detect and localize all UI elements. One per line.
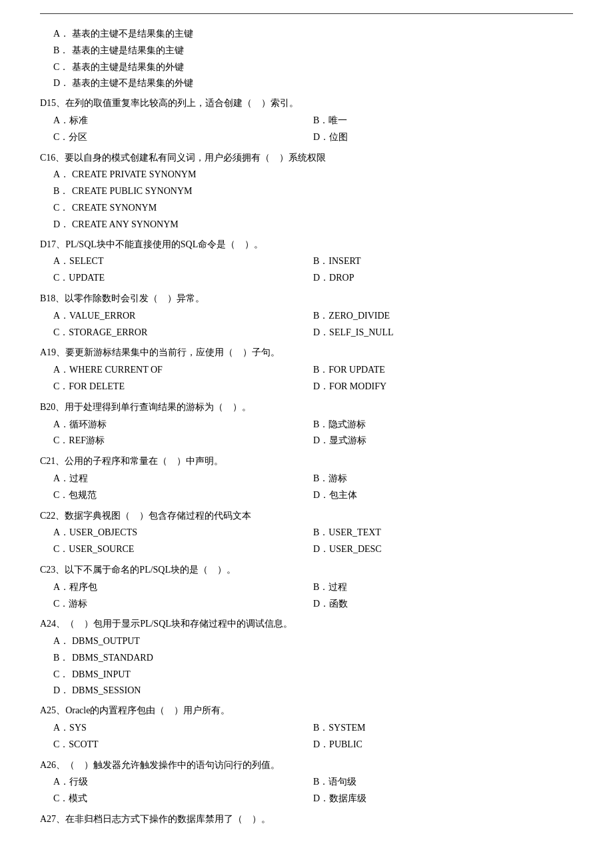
- option-item: D．显式游标: [313, 433, 573, 449]
- option-item: B．语句级: [313, 774, 573, 790]
- option-label: A．行级: [53, 774, 88, 790]
- options-block: A．基表的主键不是结果集的主键B．基表的主键是结果集的主键C．基表的主键是结果集…: [53, 26, 573, 91]
- option-row: C．基表的主键是结果集的外键: [53, 59, 573, 75]
- question-text: 在列的取值重复率比较高的列上，适合创建（ ）索引。: [65, 95, 573, 111]
- option-text: DBMS_STANDARD: [72, 650, 573, 666]
- question-block-q18: B18、以零作除数时会引发（ ）异常。A．VALUE_ERRORB．ZERO_D…: [40, 291, 573, 341]
- question-label: A24、: [40, 616, 65, 632]
- question-text: Oracle的内置程序包由（ ）用户所有。: [65, 703, 573, 719]
- option-label: B．ZERO_DIVIDE: [313, 308, 390, 324]
- option-label: C．包规范: [53, 487, 97, 503]
- option-label: D．USER_DESC: [313, 541, 382, 557]
- option-item: D．USER_DESC: [313, 541, 573, 557]
- option-label: C．: [53, 200, 72, 216]
- option-label: C．FOR DELETE: [53, 379, 125, 395]
- option-row: B．CREATE PUBLIC SYNONYM: [53, 183, 573, 199]
- option-row: B．基表的主键是结果集的主键: [53, 43, 573, 59]
- option-row: A．CREATE PRIVATE SYNONYM: [53, 167, 573, 183]
- two-col-options: A．标准B．唯一C．分区D．位图: [53, 113, 573, 146]
- option-text: 基表的主键不是结果集的外键: [72, 75, 573, 91]
- option-text: CREATE ANY SYNONYM: [72, 217, 573, 233]
- question-line: C23、以下不属于命名的PL/SQL块的是（ ）。: [40, 562, 573, 578]
- question-label: B18、: [40, 291, 65, 307]
- option-text: DBMS_SESSION: [72, 683, 573, 699]
- question-line: B18、以零作除数时会引发（ ）异常。: [40, 291, 573, 307]
- option-label: C．UPDATE: [53, 270, 105, 286]
- two-col-options: A．过程B．游标C．包规范D．包主体: [53, 471, 573, 504]
- option-row: D．CREATE ANY SYNONYM: [53, 217, 573, 233]
- option-item: C．REF游标: [53, 433, 313, 449]
- option-item: D．SELF_IS_NULL: [313, 325, 573, 341]
- question-block-q21: C21、公用的子程序和常量在（ ）中声明。A．过程B．游标C．包规范D．包主体: [40, 453, 573, 503]
- option-label: A．SELECT: [53, 253, 103, 269]
- option-label: D．DROP: [313, 270, 354, 286]
- option-label: C．: [53, 667, 72, 683]
- question-line: A25、Oracle的内置程序包由（ ）用户所有。: [40, 703, 573, 719]
- option-label: C．模式: [53, 791, 87, 807]
- question-line: C16、要以自身的模式创建私有同义词，用户必须拥有（ ）系统权限: [40, 150, 573, 166]
- option-text: CREATE PRIVATE SYNONYM: [72, 167, 573, 183]
- question-text: 在非归档日志方式下操作的数据库禁用了（ ）。: [65, 811, 573, 827]
- option-item: D．函数: [313, 596, 573, 612]
- top-divider: [40, 13, 573, 14]
- option-label: B．唯一: [313, 113, 347, 129]
- option-label: A．: [53, 167, 72, 183]
- question-block-q16: C16、要以自身的模式创建私有同义词，用户必须拥有（ ）系统权限A．CREATE…: [40, 150, 573, 233]
- options-block: A．DBMS_OUTPUTB．DBMS_STANDARDC．DBMS_INPUT…: [53, 633, 573, 699]
- question-text: 以零作除数时会引发（ ）异常。: [65, 291, 573, 307]
- option-label: A．WHERE CURRENT OF: [53, 362, 163, 378]
- option-label: D．位图: [313, 129, 348, 145]
- option-text: DBMS_INPUT: [72, 667, 573, 683]
- two-col-options: A．SYSB．SYSTEMC．SCOTTD．PUBLIC: [53, 720, 573, 753]
- question-line: D17、PL/SQL块中不能直接使用的SQL命令是（ ）。: [40, 237, 573, 253]
- option-text: 基表的主键不是结果集的主键: [72, 26, 573, 42]
- option-label: C．STORAGE_ERROR: [53, 325, 147, 341]
- option-item: A．USER_OBJECTS: [53, 525, 313, 541]
- option-label: D．: [53, 683, 72, 699]
- option-label: B．: [53, 43, 72, 59]
- option-item: B．过程: [313, 579, 573, 595]
- option-item: D．数据库级: [313, 791, 573, 807]
- option-text: CREATE SYNONYM: [72, 200, 573, 216]
- option-item: A．程序包: [53, 579, 313, 595]
- option-text: 基表的主键是结果集的外键: [72, 59, 573, 75]
- option-label: C．: [53, 59, 72, 75]
- question-label: B20、: [40, 399, 65, 415]
- two-col-options: A．VALUE_ERRORB．ZERO_DIVIDEC．STORAGE_ERRO…: [53, 308, 573, 341]
- option-text: 基表的主键是结果集的主键: [72, 43, 573, 59]
- option-label: D．数据库级: [313, 791, 366, 807]
- option-label: D．SELF_IS_NULL: [313, 325, 394, 341]
- option-item: B．隐式游标: [313, 417, 573, 433]
- option-row: C．DBMS_INPUT: [53, 667, 573, 683]
- option-label: B．INSERT: [313, 253, 361, 269]
- option-label: A．过程: [53, 471, 88, 487]
- option-item: C．包规范: [53, 487, 313, 503]
- option-item: A．VALUE_ERROR: [53, 308, 313, 324]
- question-text: 用于处理得到单行查询结果的游标为（ ）。: [65, 399, 573, 415]
- option-label: C．USER_SOURCE: [53, 541, 134, 557]
- option-item: C．模式: [53, 791, 313, 807]
- option-row: A．基表的主键不是结果集的主键: [53, 26, 573, 42]
- question-label: D15、: [40, 95, 65, 111]
- content: A．基表的主键不是结果集的主键B．基表的主键是结果集的主键C．基表的主键是结果集…: [40, 26, 573, 827]
- question-block-q25: A25、Oracle的内置程序包由（ ）用户所有。A．SYSB．SYSTEMC．…: [40, 703, 573, 753]
- two-col-options: A．循环游标B．隐式游标C．REF游标D．显式游标: [53, 417, 573, 450]
- option-label: D．: [53, 75, 72, 91]
- question-label: C16、: [40, 150, 65, 166]
- option-item: D．PUBLIC: [313, 737, 573, 753]
- question-block-q17: D17、PL/SQL块中不能直接使用的SQL命令是（ ）。A．SELECTB．I…: [40, 237, 573, 287]
- option-label: B．过程: [313, 579, 347, 595]
- question-line: C22、数据字典视图（ ）包含存储过程的代码文本: [40, 508, 573, 524]
- option-row: D．基表的主键不是结果集的外键: [53, 75, 573, 91]
- question-text: 数据字典视图（ ）包含存储过程的代码文本: [65, 508, 573, 524]
- option-label: A．循环游标: [53, 417, 107, 433]
- question-block-q15: D15、在列的取值重复率比较高的列上，适合创建（ ）索引。A．标准B．唯一C．分…: [40, 95, 573, 145]
- question-label: A27、: [40, 811, 65, 827]
- option-row: A．DBMS_OUTPUT: [53, 633, 573, 649]
- option-label: B．语句级: [313, 774, 356, 790]
- option-item: D．位图: [313, 129, 573, 145]
- option-label: D．PUBLIC: [313, 737, 362, 753]
- question-block-intro_options: A．基表的主键不是结果集的主键B．基表的主键是结果集的主键C．基表的主键是结果集…: [40, 26, 573, 91]
- option-item: D．包主体: [313, 487, 573, 503]
- question-text: PL/SQL块中不能直接使用的SQL命令是（ ）。: [65, 237, 573, 253]
